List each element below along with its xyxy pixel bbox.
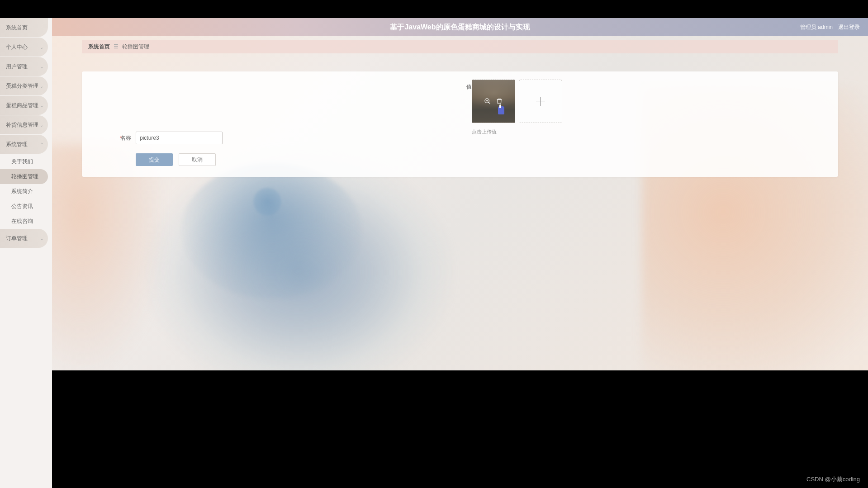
breadcrumb-current: 轮播图管理 [122,43,149,51]
upload-area [472,80,562,123]
main-content: 系统首页 ☰ 轮播图管理 名称 提交 取消 值 [52,36,868,488]
plus-icon [536,97,545,106]
sidebar-item-label: 系统管理 [6,141,28,148]
sidebar-item-label: 订单管理 [6,235,28,242]
watermark: CSDN @小蔡coding [806,475,860,483]
chevron-down-icon: ⌄ [40,103,43,108]
sidebar-item-label: 个人中心 [6,43,28,51]
header: 基于JavaWeb的原色蛋糕商城的设计与实现 管理员 admin 退出登录 [52,18,868,36]
breadcrumb-separator: ☰ [114,43,119,50]
zoom-icon[interactable] [484,98,491,105]
submenu-item-chat[interactable]: 在线咨询 [0,214,52,229]
submit-button[interactable]: 提交 [136,153,173,166]
chevron-down-icon: ⌄ [40,123,43,128]
sidebar-item-users[interactable]: 用户管理 ⌄ [0,57,48,76]
sidebar-item-profile[interactable]: 个人中心 ⌄ [0,38,48,57]
chevron-down-icon: ⌄ [40,45,43,50]
sidebar-item-label: 用户管理 [6,63,28,71]
submenu-item-carousel[interactable]: 轮播图管理 [0,169,48,184]
sidebar-item-system[interactable]: 系统管理 ⌃ [0,135,48,154]
sidebar-item-label: 补货信息管理 [6,121,38,129]
submenu-item-news[interactable]: 公告资讯 [0,199,52,214]
name-label: 名称 [93,134,136,142]
form-left: 名称 提交 取消 [93,80,460,166]
chevron-down-icon: ⌄ [40,236,43,241]
chevron-down-icon: ⌄ [40,64,43,69]
form-right: 值 点击上传值 [460,80,827,166]
submenu-item-about[interactable]: 关于我们 [0,154,52,169]
cursor-pointer-icon [498,106,504,114]
logout-link[interactable]: 退出登录 [838,24,860,31]
sidebar-item-home[interactable]: 系统首页 [0,18,48,37]
upload-hint: 点击上传值 [465,128,827,135]
value-label: 值 [465,80,472,91]
name-input[interactable] [136,132,223,144]
form-card: 名称 提交 取消 值 [82,71,838,177]
page-title: 基于JavaWeb的原色蛋糕商城的设计与实现 [390,23,530,32]
form-actions: 提交 取消 [93,153,460,166]
chevron-up-icon: ⌃ [40,142,43,147]
upload-add-box[interactable] [519,80,562,123]
delete-icon[interactable] [496,98,503,105]
submenu-system: 关于我们 轮播图管理 系统简介 公告资讯 在线咨询 [0,154,52,229]
sidebar-item-label: 蛋糕商品管理 [6,102,38,109]
header-right: 管理员 admin 退出登录 [800,18,860,36]
app-container: 基于JavaWeb的原色蛋糕商城的设计与实现 管理员 admin 退出登录 系统… [0,18,868,488]
sidebar-item-restock[interactable]: 补货信息管理 ⌄ [0,115,48,134]
submenu-item-intro[interactable]: 系统简介 [0,184,52,199]
upload-row: 值 [465,80,827,123]
breadcrumb-home[interactable]: 系统首页 [88,43,110,51]
sidebar-item-label: 系统首页 [6,24,28,32]
chevron-down-icon: ⌄ [40,84,43,89]
sidebar-item-products[interactable]: 蛋糕商品管理 ⌄ [0,96,48,115]
sidebar: 系统首页 个人中心 ⌄ 用户管理 ⌄ 蛋糕分类管理 ⌄ 蛋糕商品管理 ⌄ 补货信… [0,18,52,488]
user-role: 管理员 admin [800,24,833,31]
sidebar-item-label: 蛋糕分类管理 [6,82,38,90]
breadcrumb: 系统首页 ☰ 轮播图管理 [82,40,838,53]
image-thumbnail[interactable] [472,80,515,123]
svg-line-1 [489,102,490,104]
form-row-name: 名称 [93,132,460,144]
cancel-button[interactable]: 取消 [179,153,216,166]
thumbnail-overlay [472,80,515,123]
sidebar-item-category[interactable]: 蛋糕分类管理 ⌄ [0,76,48,95]
sidebar-item-orders[interactable]: 订单管理 ⌄ [0,229,48,248]
